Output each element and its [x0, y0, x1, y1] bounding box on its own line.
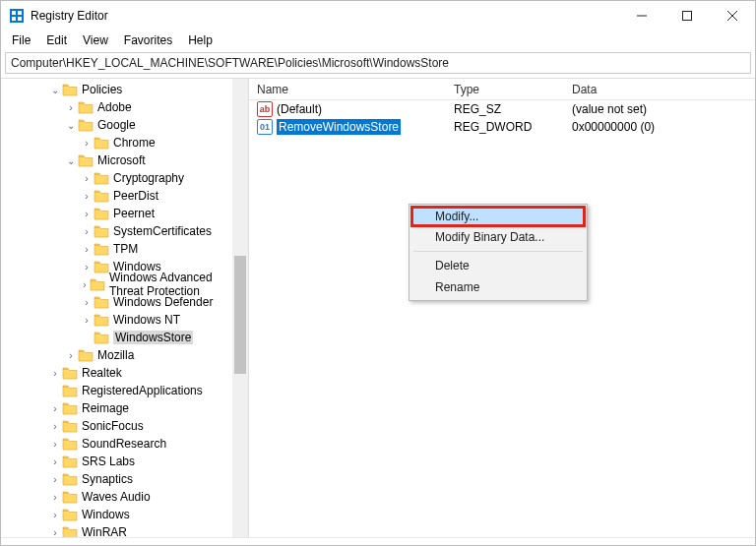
tree-node[interactable]: ›Adobe [1, 98, 248, 116]
folder-icon [94, 260, 109, 273]
tree-node[interactable]: ⌄Policies [1, 81, 248, 98]
folder-icon [62, 472, 78, 486]
tree-node[interactable]: ›SRS Labs [1, 453, 248, 470]
tree-node-label: Synaptics [82, 472, 133, 486]
value-row[interactable]: ab(Default)REG_SZ(value not set) [249, 100, 755, 118]
values-pane: Name Type Data ab(Default)REG_SZ(value n… [249, 79, 755, 537]
column-header-name[interactable]: Name [249, 79, 446, 99]
folder-icon [90, 277, 105, 291]
tree-node-label: Google [97, 118, 136, 132]
tree-node[interactable]: ›Mozilla [1, 346, 248, 364]
tree-node-label: PeerDist [113, 189, 158, 203]
chevron-right-icon[interactable]: › [80, 262, 94, 273]
tree-node-label: Cryptography [113, 171, 184, 185]
tree-node[interactable]: ›SystemCertificates [1, 222, 248, 240]
tree-node[interactable]: ›SoundResearch [1, 435, 248, 453]
tree-scrollbar[interactable] [232, 79, 248, 537]
folder-icon [62, 366, 78, 380]
folder-icon [94, 295, 109, 309]
chevron-right-icon[interactable]: › [48, 439, 62, 450]
folder-icon [62, 384, 78, 397]
svg-rect-4 [18, 17, 22, 21]
tree-node-label: SystemCertificates [113, 224, 212, 238]
tree-node[interactable]: ›Reimage [1, 399, 248, 417]
chevron-right-icon[interactable]: › [64, 102, 78, 113]
value-name-cell: 01RemoveWindowsStore [249, 119, 446, 135]
tree-node[interactable]: ›Synaptics [1, 470, 248, 488]
chevron-right-icon[interactable]: › [48, 510, 62, 520]
chevron-right-icon[interactable]: › [80, 191, 94, 202]
chevron-right-icon[interactable]: › [64, 350, 78, 361]
tree-node[interactable]: ›WinRAR [1, 523, 248, 537]
tree-node[interactable]: ·WindowsStore [1, 329, 248, 346]
context-menu-delete[interactable]: Delete [411, 255, 585, 276]
tree-node[interactable]: ⌄Microsoft [1, 152, 248, 169]
menu-file[interactable]: File [5, 31, 37, 49]
folder-icon [94, 313, 109, 327]
values-list: ab(Default)REG_SZ(value not set)01Remove… [249, 100, 755, 537]
menu-favorites[interactable]: Favorites [117, 31, 179, 49]
chevron-right-icon[interactable]: › [80, 138, 94, 149]
tree-node[interactable]: ›Peernet [1, 205, 248, 222]
tree-node[interactable]: ›SonicFocus [1, 417, 248, 435]
context-menu-rename[interactable]: Rename [411, 276, 585, 298]
maximize-button[interactable] [664, 1, 710, 30]
chevron-right-icon[interactable]: › [80, 297, 94, 308]
tree-node[interactable]: ›PeerDist [1, 187, 248, 205]
address-bar[interactable]: Computer\HKEY_LOCAL_MACHINE\SOFTWARE\Pol… [5, 52, 751, 74]
tree-node-label: Realtek [82, 366, 122, 380]
column-header-type[interactable]: Type [446, 79, 564, 99]
tree-node-label: SonicFocus [82, 419, 144, 433]
context-menu-modify[interactable]: Modify... [410, 206, 586, 227]
minimize-button[interactable] [619, 1, 664, 30]
tree-node-label: RegisteredApplications [82, 384, 203, 397]
chevron-right-icon[interactable]: › [48, 456, 62, 467]
chevron-right-icon[interactable]: › [80, 209, 94, 219]
chevron-right-icon[interactable]: › [80, 173, 94, 184]
chevron-right-icon[interactable]: › [48, 368, 62, 379]
chevron-down-icon[interactable]: ⌄ [64, 155, 78, 166]
tree-node-label: Chrome [113, 136, 156, 150]
folder-icon [94, 136, 109, 150]
value-row[interactable]: 01RemoveWindowsStoreREG_DWORD0x00000000 … [249, 118, 755, 136]
menu-edit[interactable]: Edit [39, 31, 74, 49]
menu-view[interactable]: View [76, 31, 115, 49]
tree-node[interactable]: ›Realtek [1, 364, 248, 382]
chevron-right-icon[interactable]: › [48, 527, 62, 538]
value-type-cell: REG_SZ [446, 102, 564, 116]
svg-rect-3 [12, 17, 16, 21]
tree-node[interactable]: ⌄Google [1, 116, 248, 134]
tree-node[interactable]: ›Windows NT [1, 311, 248, 329]
tree-node[interactable]: ›Cryptography [1, 169, 248, 187]
chevron-down-icon[interactable]: ⌄ [64, 120, 78, 131]
tree-node[interactable]: ›Windows Advanced Threat Protection [1, 275, 248, 293]
chevron-right-icon[interactable]: › [48, 474, 62, 485]
tree-node-label: Waves Audio [82, 490, 151, 504]
tree-node[interactable]: ›TPM [1, 240, 248, 258]
chevron-right-icon[interactable]: › [48, 421, 62, 432]
tree-node-label: Windows Advanced Threat Protection [109, 271, 248, 298]
menu-help[interactable]: Help [181, 31, 220, 49]
context-menu-modify-binary[interactable]: Modify Binary Data... [411, 226, 585, 248]
value-data-cell: (value not set) [564, 102, 755, 116]
column-header-data[interactable]: Data [564, 79, 755, 99]
close-button[interactable] [710, 1, 755, 30]
chevron-down-icon[interactable]: ⌄ [48, 85, 62, 95]
chevron-right-icon[interactable]: › [48, 403, 62, 414]
dword-value-icon: 01 [257, 119, 273, 135]
tree-node[interactable]: ›Windows Defender [1, 293, 248, 311]
chevron-right-icon[interactable]: › [48, 492, 62, 503]
folder-icon [94, 207, 109, 220]
tree-node[interactable]: ›Waves Audio [1, 488, 248, 506]
tree-node-label: Adobe [97, 100, 132, 114]
folder-icon [62, 508, 78, 521]
tree-node-label: SoundResearch [82, 437, 166, 451]
chevron-right-icon[interactable]: › [80, 226, 94, 237]
chevron-right-icon[interactable]: › [80, 279, 90, 290]
tree-node[interactable]: ›Windows [1, 506, 248, 523]
tree-node[interactable]: ›Chrome [1, 134, 248, 152]
tree-node[interactable]: ·RegisteredApplications [1, 382, 248, 399]
chevron-right-icon[interactable]: › [80, 244, 94, 255]
chevron-right-icon[interactable]: › [80, 315, 94, 326]
folder-icon [62, 401, 78, 415]
